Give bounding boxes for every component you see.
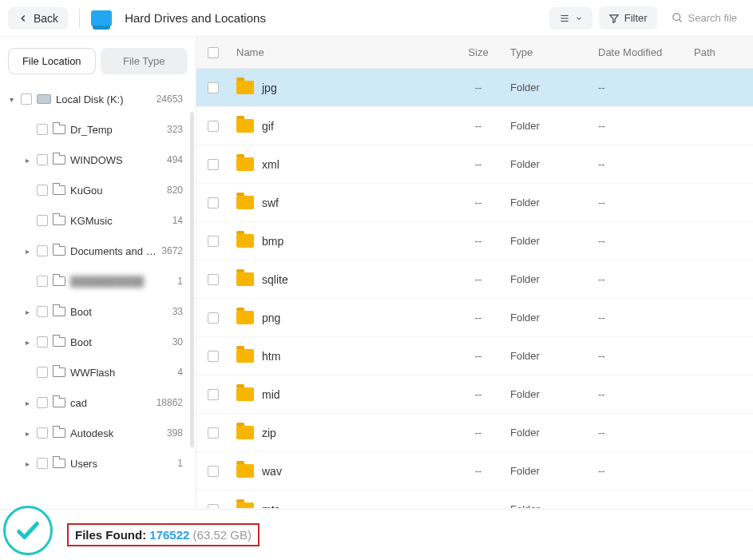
row-date: --	[598, 120, 694, 132]
tree-count: 820	[167, 185, 186, 196]
row-size: --	[446, 158, 510, 170]
select-all-checkbox[interactable]	[208, 47, 219, 58]
row-date: --	[598, 197, 694, 209]
table-row[interactable]: png--Folder--	[196, 299, 753, 337]
col-name[interactable]: Name	[236, 46, 446, 58]
table-row[interactable]: mid--Folder--	[196, 375, 753, 414]
tree-item[interactable]: ▸WINDOWS494	[3, 145, 191, 175]
chevron-icon[interactable]: ▸	[22, 399, 32, 407]
tree-checkbox[interactable]	[37, 154, 48, 165]
folder-icon	[236, 234, 254, 248]
tree-label: KuGou	[70, 185, 162, 197]
row-checkbox[interactable]	[208, 236, 219, 247]
row-date: --	[598, 158, 694, 170]
folder-icon	[236, 426, 254, 439]
tab-file-location[interactable]: File Location	[8, 48, 96, 74]
search-box[interactable]: Search file	[664, 6, 745, 30]
tree-checkbox[interactable]	[37, 124, 48, 135]
filter-button[interactable]: Filter	[599, 6, 657, 30]
footer: Files Found: 176522 (63.52 GB)	[0, 509, 753, 560]
tree-item[interactable]: ▸Autodesk398	[3, 418, 191, 448]
chevron-icon[interactable]: ▸	[22, 156, 32, 165]
chevron-icon[interactable]: ▸	[22, 247, 32, 256]
tree-item[interactable]: ▸██████████1	[3, 266, 191, 296]
tree-item[interactable]: ▸Boot30	[3, 327, 191, 357]
row-date: --	[598, 465, 694, 477]
tree-checkbox[interactable]	[37, 336, 48, 348]
row-checkbox[interactable]	[208, 197, 219, 209]
table-row[interactable]: swf--Folder--	[196, 184, 753, 222]
tree-item[interactable]: ▸Users1	[3, 448, 191, 479]
files-found-box: Files Found: 176522 (63.52 GB)	[67, 523, 260, 546]
tree-item[interactable]: ▾Local Disk (K:)24653	[3, 84, 191, 114]
folder-icon	[236, 464, 254, 478]
tree-count: 398	[167, 427, 186, 439]
folder-icon	[236, 157, 254, 171]
col-type[interactable]: Type	[510, 46, 598, 58]
content: Name Size Type Date Modified Path jpg--F…	[196, 37, 753, 508]
row-name: zip	[262, 427, 446, 439]
row-checkbox[interactable]	[208, 504, 219, 509]
tree-item[interactable]: ▸cad18862	[3, 387, 191, 418]
back-button[interactable]: Back	[8, 7, 68, 30]
row-checkbox[interactable]	[208, 389, 219, 400]
tree-label: WWFlash	[70, 367, 172, 379]
row-name: htm	[262, 350, 446, 363]
col-path[interactable]: Path	[694, 46, 742, 58]
row-size: --	[446, 235, 510, 247]
tab-file-type[interactable]: File Type	[101, 48, 188, 74]
tree-checkbox[interactable]	[37, 458, 48, 469]
tree-item[interactable]: ▸WWFlash4	[3, 357, 191, 387]
scrollbar[interactable]	[190, 112, 194, 447]
row-checkbox[interactable]	[208, 427, 219, 439]
tree-count: 3672	[161, 245, 186, 256]
tree-checkbox[interactable]	[37, 427, 48, 439]
table-row[interactable]: sqlite--Folder--	[196, 260, 753, 299]
row-checkbox[interactable]	[208, 121, 219, 132]
row-checkbox[interactable]	[208, 159, 219, 170]
row-checkbox[interactable]	[208, 274, 219, 285]
row-checkbox[interactable]	[208, 82, 219, 93]
table-row[interactable]: xml--Folder--	[196, 145, 753, 184]
row-size: --	[446, 350, 510, 362]
tree-checkbox[interactable]	[37, 185, 48, 196]
tree-count: 18862	[157, 397, 186, 408]
tree-checkbox[interactable]	[21, 93, 32, 105]
tree-item[interactable]: ▸Documents and Set...3672	[3, 236, 191, 266]
tree-count: 24653	[157, 93, 186, 105]
tree-item[interactable]: ▸KGMusic14	[3, 205, 191, 236]
tree-checkbox[interactable]	[37, 245, 48, 256]
tree-label: cad	[70, 397, 152, 409]
table-row[interactable]: gif--Folder--	[196, 107, 753, 145]
table-row[interactable]: htm--Folder--	[196, 337, 753, 375]
chevron-icon[interactable]: ▸	[22, 308, 32, 316]
tree-item[interactable]: ▸KuGou820	[3, 175, 191, 205]
table-row[interactable]: jpg--Folder--	[196, 69, 753, 107]
chevron-icon[interactable]: ▸	[22, 338, 32, 347]
col-date[interactable]: Date Modified	[598, 46, 694, 58]
tree: ▾Local Disk (K:)24653▸Dr_Temp323▸WINDOWS…	[0, 81, 196, 504]
tree-item[interactable]: ▸Dr_Temp323	[3, 114, 191, 145]
folder-outline-icon	[53, 428, 65, 438]
files-found-size: (63.52 GB)	[189, 528, 252, 542]
table-row[interactable]: bmp--Folder--	[196, 222, 753, 260]
chevron-icon[interactable]: ▸	[22, 429, 32, 438]
row-type: Folder	[510, 312, 598, 324]
chevron-icon[interactable]: ▾	[6, 95, 16, 104]
table-row[interactable]: mtc--Folder--	[196, 490, 753, 508]
tree-checkbox[interactable]	[37, 276, 48, 287]
view-options-button[interactable]	[549, 7, 592, 30]
row-name: gif	[262, 120, 446, 133]
row-checkbox[interactable]	[208, 466, 219, 477]
row-checkbox[interactable]	[208, 351, 219, 362]
tree-checkbox[interactable]	[37, 367, 48, 378]
col-size[interactable]: Size	[446, 46, 510, 58]
tree-checkbox[interactable]	[37, 397, 48, 408]
tree-checkbox[interactable]	[37, 306, 48, 317]
chevron-icon[interactable]: ▸	[22, 459, 32, 468]
tree-item[interactable]: ▸Boot33	[3, 296, 191, 327]
table-row[interactable]: zip--Folder--	[196, 414, 753, 452]
tree-checkbox[interactable]	[37, 215, 48, 226]
table-row[interactable]: wav--Folder--	[196, 452, 753, 490]
row-checkbox[interactable]	[208, 312, 219, 324]
